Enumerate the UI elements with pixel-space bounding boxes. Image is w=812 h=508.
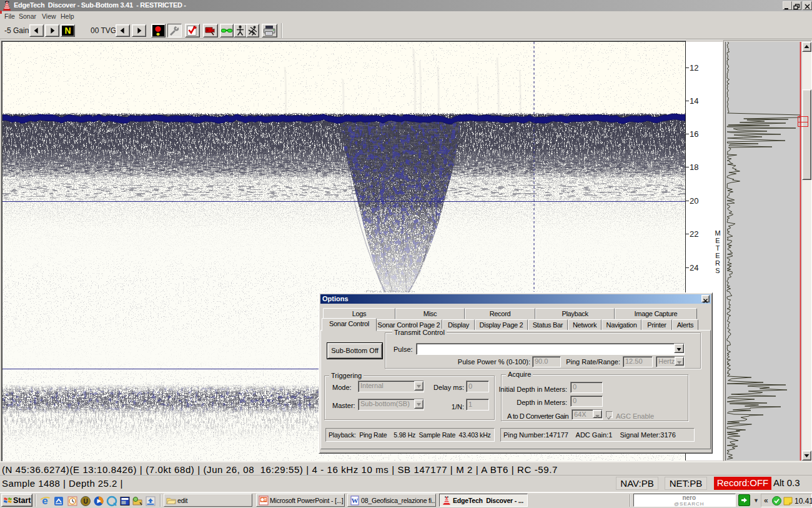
svg-text:U: U	[83, 498, 87, 505]
svg-text:W: W	[352, 497, 359, 504]
